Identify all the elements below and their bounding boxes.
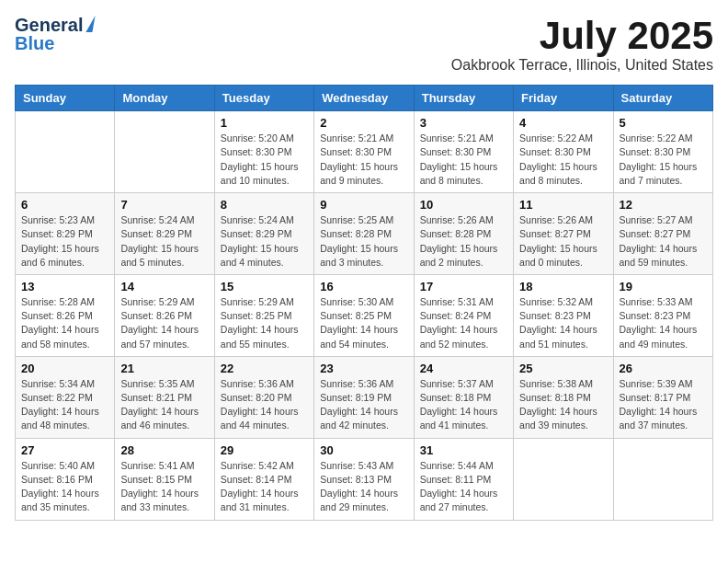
calendar-cell xyxy=(514,438,613,520)
day-number: 26 xyxy=(620,362,707,375)
day-number: 5 xyxy=(620,116,707,130)
title-block: July 2025 Oakbrook Terrace, Illinois, Un… xyxy=(451,15,713,74)
day-number: 1 xyxy=(221,116,308,130)
calendar-cell: 1Sunrise: 5:20 AM Sunset: 8:30 PM Daylig… xyxy=(214,111,313,193)
day-number: 2 xyxy=(320,116,407,130)
day-info: Sunrise: 5:36 AM Sunset: 8:20 PM Dayligh… xyxy=(221,377,308,433)
day-info: Sunrise: 5:24 AM Sunset: 8:29 PM Dayligh… xyxy=(120,213,208,270)
day-number: 10 xyxy=(420,198,507,212)
day-info: Sunrise: 5:34 AM Sunset: 8:22 PM Dayligh… xyxy=(21,377,108,433)
day-number: 30 xyxy=(320,443,407,457)
calendar-cell: 15Sunrise: 5:29 AM Sunset: 8:25 PM Dayli… xyxy=(214,274,313,356)
day-info: Sunrise: 5:20 AM Sunset: 8:30 PM Dayligh… xyxy=(221,132,308,188)
day-number: 11 xyxy=(519,198,607,212)
calendar-cell: 22Sunrise: 5:36 AM Sunset: 8:20 PM Dayli… xyxy=(214,356,313,438)
calendar-cell: 2Sunrise: 5:21 AM Sunset: 8:30 PM Daylig… xyxy=(314,111,414,193)
day-number: 29 xyxy=(221,443,308,457)
day-info: Sunrise: 5:22 AM Sunset: 8:30 PM Dayligh… xyxy=(519,132,607,188)
day-number: 12 xyxy=(620,198,707,212)
day-number: 18 xyxy=(519,280,607,293)
day-info: Sunrise: 5:26 AM Sunset: 8:28 PM Dayligh… xyxy=(420,213,507,270)
calendar-cell: 28Sunrise: 5:41 AM Sunset: 8:15 PM Dayli… xyxy=(115,438,214,520)
location-title: Oakbrook Terrace, Illinois, United State… xyxy=(451,57,713,74)
calendar-cell: 17Sunrise: 5:31 AM Sunset: 8:24 PM Dayli… xyxy=(414,274,513,356)
day-info: Sunrise: 5:21 AM Sunset: 8:30 PM Dayligh… xyxy=(320,132,407,188)
day-info: Sunrise: 5:30 AM Sunset: 8:25 PM Dayligh… xyxy=(320,295,407,351)
day-info: Sunrise: 5:29 AM Sunset: 8:26 PM Dayligh… xyxy=(120,295,208,351)
calendar-cell: 26Sunrise: 5:39 AM Sunset: 8:17 PM Dayli… xyxy=(613,356,712,438)
weekday-header-row: SundayMondayTuesdayWednesdayThursdayFrid… xyxy=(16,86,713,111)
day-info: Sunrise: 5:38 AM Sunset: 8:18 PM Dayligh… xyxy=(519,377,607,433)
calendar-cell xyxy=(16,111,115,193)
calendar-cell: 10Sunrise: 5:26 AM Sunset: 8:28 PM Dayli… xyxy=(414,193,513,275)
calendar-cell: 5Sunrise: 5:22 AM Sunset: 8:30 PM Daylig… xyxy=(613,111,712,193)
calendar-table: SundayMondayTuesdayWednesdayThursdayFrid… xyxy=(15,85,713,520)
day-info: Sunrise: 5:26 AM Sunset: 8:27 PM Dayligh… xyxy=(519,213,607,270)
calendar-cell: 13Sunrise: 5:28 AM Sunset: 8:26 PM Dayli… xyxy=(16,274,115,356)
day-number: 25 xyxy=(519,362,607,375)
calendar-cell: 29Sunrise: 5:42 AM Sunset: 8:14 PM Dayli… xyxy=(214,438,313,520)
day-info: Sunrise: 5:36 AM Sunset: 8:19 PM Dayligh… xyxy=(320,377,407,433)
calendar-cell xyxy=(613,438,712,520)
month-title: July 2025 xyxy=(451,15,713,57)
day-info: Sunrise: 5:29 AM Sunset: 8:25 PM Dayligh… xyxy=(221,295,308,351)
weekday-header-sunday: Sunday xyxy=(16,86,115,111)
calendar-cell: 14Sunrise: 5:29 AM Sunset: 8:26 PM Dayli… xyxy=(115,274,214,356)
calendar-cell: 30Sunrise: 5:43 AM Sunset: 8:13 PM Dayli… xyxy=(314,438,414,520)
day-info: Sunrise: 5:25 AM Sunset: 8:28 PM Dayligh… xyxy=(320,213,407,270)
day-info: Sunrise: 5:28 AM Sunset: 8:26 PM Dayligh… xyxy=(21,295,108,351)
day-number: 27 xyxy=(21,443,108,457)
day-number: 8 xyxy=(221,198,308,212)
day-info: Sunrise: 5:22 AM Sunset: 8:30 PM Dayligh… xyxy=(620,132,707,188)
logo-text-blue: Blue xyxy=(15,33,54,53)
calendar-cell: 3Sunrise: 5:21 AM Sunset: 8:30 PM Daylig… xyxy=(414,111,513,193)
day-number: 6 xyxy=(21,198,108,212)
calendar-cell: 16Sunrise: 5:30 AM Sunset: 8:25 PM Dayli… xyxy=(314,274,414,356)
day-info: Sunrise: 5:24 AM Sunset: 8:29 PM Dayligh… xyxy=(221,213,308,270)
calendar-cell: 6Sunrise: 5:23 AM Sunset: 8:29 PM Daylig… xyxy=(16,193,115,275)
day-info: Sunrise: 5:35 AM Sunset: 8:21 PM Dayligh… xyxy=(120,377,208,433)
day-number: 13 xyxy=(21,280,108,293)
day-info: Sunrise: 5:27 AM Sunset: 8:27 PM Dayligh… xyxy=(620,213,707,270)
day-number: 9 xyxy=(320,198,407,212)
calendar-cell: 8Sunrise: 5:24 AM Sunset: 8:29 PM Daylig… xyxy=(214,193,313,275)
calendar-cell: 23Sunrise: 5:36 AM Sunset: 8:19 PM Dayli… xyxy=(314,356,414,438)
calendar-cell xyxy=(115,111,214,193)
logo: General Blue xyxy=(15,15,94,53)
logo-text-general: General xyxy=(15,15,83,35)
page-header: General Blue July 2025 Oakbrook Terrace,… xyxy=(15,15,713,74)
calendar-cell: 27Sunrise: 5:40 AM Sunset: 8:16 PM Dayli… xyxy=(16,438,115,520)
weekday-header-wednesday: Wednesday xyxy=(314,86,414,111)
day-info: Sunrise: 5:33 AM Sunset: 8:23 PM Dayligh… xyxy=(620,295,707,351)
calendar-cell: 24Sunrise: 5:37 AM Sunset: 8:18 PM Dayli… xyxy=(414,356,513,438)
day-number: 19 xyxy=(620,280,707,293)
calendar-cell: 25Sunrise: 5:38 AM Sunset: 8:18 PM Dayli… xyxy=(514,356,613,438)
day-number: 31 xyxy=(420,443,507,457)
day-number: 16 xyxy=(320,280,407,293)
day-number: 17 xyxy=(420,280,507,293)
day-info: Sunrise: 5:40 AM Sunset: 8:16 PM Dayligh… xyxy=(21,459,108,515)
day-number: 23 xyxy=(320,362,407,375)
calendar-week-row: 27Sunrise: 5:40 AM Sunset: 8:16 PM Dayli… xyxy=(16,438,713,520)
day-number: 15 xyxy=(221,280,308,293)
weekday-header-tuesday: Tuesday xyxy=(214,86,313,111)
day-info: Sunrise: 5:44 AM Sunset: 8:11 PM Dayligh… xyxy=(420,459,507,515)
day-number: 7 xyxy=(120,198,208,212)
weekday-header-monday: Monday xyxy=(115,86,214,111)
day-info: Sunrise: 5:37 AM Sunset: 8:18 PM Dayligh… xyxy=(420,377,507,433)
day-info: Sunrise: 5:42 AM Sunset: 8:14 PM Dayligh… xyxy=(221,459,308,515)
day-number: 14 xyxy=(120,280,208,293)
day-number: 4 xyxy=(519,116,607,130)
calendar-week-row: 20Sunrise: 5:34 AM Sunset: 8:22 PM Dayli… xyxy=(16,356,713,438)
logo-triangle-icon xyxy=(86,16,96,32)
day-info: Sunrise: 5:31 AM Sunset: 8:24 PM Dayligh… xyxy=(420,295,507,351)
calendar-cell: 12Sunrise: 5:27 AM Sunset: 8:27 PM Dayli… xyxy=(613,193,712,275)
calendar-week-row: 13Sunrise: 5:28 AM Sunset: 8:26 PM Dayli… xyxy=(16,274,713,356)
day-info: Sunrise: 5:39 AM Sunset: 8:17 PM Dayligh… xyxy=(620,377,707,433)
weekday-header-thursday: Thursday xyxy=(414,86,513,111)
calendar-week-row: 6Sunrise: 5:23 AM Sunset: 8:29 PM Daylig… xyxy=(16,193,713,275)
day-number: 24 xyxy=(420,362,507,375)
weekday-header-friday: Friday xyxy=(514,86,613,111)
calendar-cell: 19Sunrise: 5:33 AM Sunset: 8:23 PM Dayli… xyxy=(613,274,712,356)
day-number: 21 xyxy=(120,362,208,375)
